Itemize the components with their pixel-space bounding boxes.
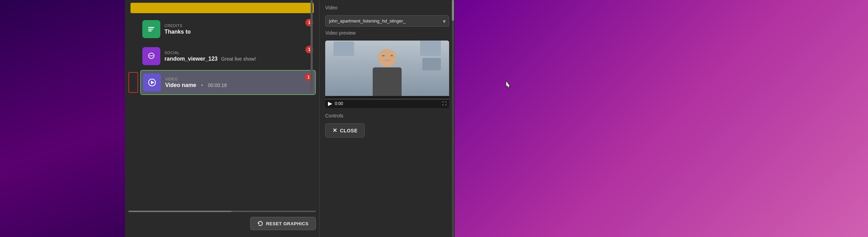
video-title-row: Video name • 00:00:18: [165, 82, 313, 88]
close-label: CLOSE: [340, 128, 358, 133]
video-time-display: 0:00: [335, 101, 343, 106]
video-list-item[interactable]: VIDEO Video name • 00:00:18 1: [140, 70, 316, 95]
progress-bar: [128, 211, 316, 212]
bottom-bar: RESET GRAPHICS: [125, 207, 319, 237]
credits-icon: [147, 25, 156, 34]
video-controls: [325, 96, 449, 99]
video-preview-container: ▶ 0:00 ⛶: [325, 41, 449, 108]
video-panel-label: Video: [325, 5, 449, 10]
video-preview-label: Video preview: [325, 30, 449, 36]
svg-point-13: [378, 49, 396, 67]
dot-sep: •: [201, 82, 203, 88]
play-button[interactable]: ▶: [328, 100, 332, 107]
svg-rect-11: [420, 41, 441, 56]
drag-handle-video[interactable]: [128, 72, 138, 93]
controls-label: Controls: [325, 113, 449, 119]
credits-title: Thanks to: [165, 29, 314, 35]
svg-point-5: [151, 55, 152, 56]
list-area: CREDITS Thanks to 1 SOCIAL random_viewer…: [125, 0, 319, 207]
svg-point-6: [152, 55, 153, 56]
video-duration: 00:00:18: [208, 82, 227, 88]
credits-content: CREDITS Thanks to: [165, 24, 314, 35]
video-content: VIDEO Video name • 00:00:18: [165, 77, 313, 88]
video-scene: [325, 41, 449, 96]
svg-rect-15: [382, 55, 385, 56]
svg-rect-16: [390, 55, 393, 56]
main-scrollbar[interactable]: [311, 0, 313, 90]
close-button[interactable]: ✕ CLOSE: [325, 123, 365, 138]
reset-graphics-label: RESET GRAPHICS: [266, 221, 309, 226]
top-item-bar: [130, 3, 314, 13]
right-panel: Video john_apartment_listening_hd_stinge…: [319, 0, 455, 237]
svg-rect-14: [373, 68, 402, 96]
reset-icon: [258, 221, 263, 226]
svg-point-4: [150, 55, 151, 56]
video-select[interactable]: john_apartment_listening_hd_stinger_: [325, 15, 449, 27]
credits-label: CREDITS: [165, 24, 314, 28]
scrubber-track[interactable]: [325, 99, 449, 99]
social-title-row: random_viewer_123 Great live show!: [165, 56, 314, 62]
video-label: VIDEO: [165, 77, 313, 81]
video-title: Video name: [165, 82, 196, 88]
main-panel: CREDITS Thanks to 1 SOCIAL random_viewer…: [125, 0, 319, 237]
video-item-row: VIDEO Video name • 00:00:18 1: [128, 70, 316, 95]
video-control-bar[interactable]: ▶ 0:00 ⛶: [325, 99, 449, 108]
svg-rect-12: [422, 58, 441, 70]
social-title: random_viewer_123: [165, 56, 218, 62]
video-icon-bg: [143, 73, 161, 91]
svg-rect-17: [384, 60, 391, 61]
bg-left: [0, 0, 125, 237]
social-icon-bg: [142, 47, 160, 65]
fullscreen-button[interactable]: ⛶: [442, 101, 446, 106]
list-item[interactable]: CREDITS Thanks to 1: [128, 16, 316, 42]
close-x-icon: ✕: [332, 127, 337, 134]
right-panel-scrollbar[interactable]: [452, 0, 454, 237]
svg-rect-10: [334, 42, 354, 56]
scrollbar-thumb[interactable]: [452, 0, 454, 21]
video-thumbnail: [325, 41, 449, 96]
list-item[interactable]: SOCIAL random_viewer_123 Great live show…: [128, 43, 316, 69]
video-play-icon: [148, 78, 157, 87]
svg-rect-2: [148, 30, 152, 32]
social-label: SOCIAL: [165, 51, 314, 55]
svg-marker-8: [151, 81, 154, 84]
top-item-partial: [128, 3, 316, 14]
reset-graphics-button[interactable]: RESET GRAPHICS: [250, 217, 316, 230]
credits-icon-bg: [142, 20, 160, 38]
svg-rect-0: [148, 27, 154, 28]
social-content: SOCIAL random_viewer_123 Great live show…: [165, 51, 314, 62]
video-select-wrapper[interactable]: john_apartment_listening_hd_stinger_: [325, 15, 449, 27]
svg-rect-1: [148, 29, 153, 30]
social-subtitle: Great live show!: [221, 56, 256, 62]
social-icon: [147, 52, 156, 61]
progress-fill: [128, 211, 231, 212]
bg-right: [455, 0, 868, 237]
